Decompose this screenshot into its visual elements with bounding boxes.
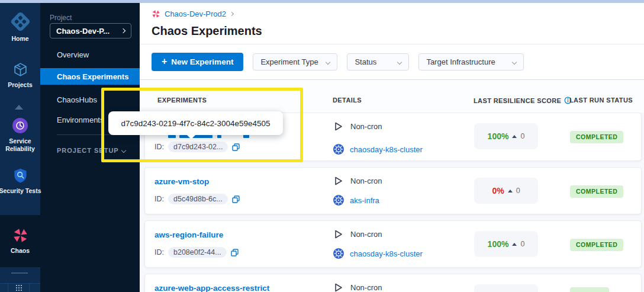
- browser-top-strip: [0, 0, 644, 3]
- id-label: ID:: [154, 195, 164, 203]
- home-icon: [10, 11, 30, 31]
- copy-icon[interactable]: [232, 143, 240, 151]
- schedule-label: Non-cron: [350, 230, 382, 239]
- sidebar-item-label: Service Reliability: [2, 137, 38, 153]
- apps-grid-button[interactable]: [8, 284, 29, 292]
- id-label: ID:: [154, 143, 164, 151]
- status-badge: COMPLETED: [570, 185, 623, 198]
- table-header-row: EXPERIMENTS DETAILS LAST RESILIENCE SCOR…: [140, 81, 644, 113]
- chevron-down-icon: [326, 59, 330, 64]
- sidebar-item-label: Home: [11, 35, 28, 43]
- filter-target-infrastructure[interactable]: Target Infrastructure: [418, 53, 524, 70]
- filter-experiment-type[interactable]: Experiment Type: [253, 53, 337, 70]
- rail-bottom-bar: [0, 283, 40, 292]
- status-badge: [570, 287, 609, 292]
- score-delta: 0: [520, 132, 524, 140]
- tooltip-arrow: [186, 134, 196, 139]
- project-selector[interactable]: Chaos-Dev-P...: [50, 23, 131, 38]
- sidebar-item-overview[interactable]: Overview: [40, 47, 140, 62]
- score-delta: 0: [520, 240, 524, 248]
- delta-up-icon: [512, 243, 517, 246]
- copy-icon[interactable]: [231, 249, 239, 256]
- play-icon: [333, 229, 343, 239]
- resilience-score-chip: 100% 0: [474, 123, 538, 149]
- experiment-name-link[interactable]: azure-vm-stop: [154, 177, 209, 186]
- chevron-down-icon: [397, 59, 402, 64]
- chaos-icon: [12, 227, 28, 243]
- table-row[interactable]: azure-web-app-access-restrict Non-cron: [144, 274, 642, 292]
- project-setup-toggle[interactable]: PROJECT SETUP: [57, 147, 125, 154]
- experiment-id-row: ID: d7c9d243-02...: [154, 142, 240, 152]
- play-icon: [333, 121, 343, 131]
- infrastructure-link[interactable]: chaosday-k8s-cluster: [350, 249, 423, 258]
- schedule-cell: Non-cron: [333, 229, 382, 239]
- rail-collapse-handle[interactable]: [11, 272, 28, 274]
- infrastructure-cell: aks-infra: [333, 195, 379, 206]
- schedule-label: Non-cron: [350, 283, 382, 292]
- rail-bottom-left-cell[interactable]: [0, 284, 8, 292]
- breadcrumb-project-link[interactable]: Chaos-Dev-Prod2: [165, 9, 226, 18]
- page-title: Chaos Experiments: [152, 24, 262, 38]
- page-header: Chaos-Dev-Prod2 Chaos Experiments: [140, 3, 644, 44]
- table-row[interactable]: azure-vm-stop ID: d5c49d8b-6c... Non-cro…: [144, 167, 642, 214]
- new-experiment-button[interactable]: + New Experiment: [152, 53, 243, 71]
- experiment-id-row: ID: b208e0f2-44...: [154, 247, 239, 258]
- filter-label: Experiment Type: [260, 57, 318, 66]
- clipped-experiment-name-fragment: [217, 135, 221, 138]
- play-icon: [333, 176, 343, 186]
- project-sidebar: Project Chaos-Dev-P... Overview Chaos Ex…: [40, 3, 140, 292]
- sidebar-item-label: Chaos: [11, 247, 30, 255]
- infrastructure-link[interactable]: chaosday-k8s-cluster: [350, 145, 423, 154]
- clipped-experiment-name-fragment: [168, 135, 176, 138]
- schedule-label: Non-cron: [350, 122, 382, 131]
- chaos-breadcrumb-icon: [152, 9, 160, 18]
- chevron-right-icon: [121, 28, 125, 33]
- chevron-down-icon: [512, 59, 517, 64]
- column-header-last-run-status: LAST RUN STATUS: [569, 97, 633, 104]
- experiment-name-link[interactable]: azure-web-app-access-restrict: [154, 284, 269, 292]
- status-badge: COMPLETED: [570, 239, 623, 251]
- plus-icon: +: [162, 56, 167, 67]
- sidebar-item-label: Security Tests: [0, 187, 41, 195]
- resilience-score-chip: 0% 0: [474, 178, 538, 204]
- module-nav-rail: Home Projects: [0, 3, 40, 292]
- sidebar-item-chaoshubs[interactable]: ChaosHubs: [40, 92, 140, 107]
- infrastructure-link[interactable]: aks-infra: [350, 196, 379, 205]
- experiment-id-chip[interactable]: d7c9d243-02...: [168, 142, 228, 152]
- filter-status[interactable]: Status: [347, 53, 409, 70]
- copy-icon[interactable]: [232, 195, 240, 203]
- scroll-up-arrow-icon[interactable]: [15, 105, 23, 110]
- new-experiment-label: New Experiment: [171, 57, 233, 66]
- experiment-id-chip[interactable]: d5c49d8b-6c...: [168, 194, 228, 204]
- sidebar-item-home[interactable]: Home: [0, 11, 40, 43]
- schedule-label: Non-cron: [350, 177, 382, 185]
- security-tests-shield-icon: [12, 168, 28, 184]
- column-header-experiments: EXPERIMENTS: [157, 97, 207, 104]
- apps-grid-icon: [16, 285, 22, 291]
- resilience-score-chip: [474, 284, 538, 292]
- infrastructure-cell: chaosday-k8s-cluster: [333, 248, 423, 259]
- toolbar: + New Experiment Experiment Type Status …: [140, 44, 644, 80]
- tooltip-text: d7c9d243-0219-4f7c-84c2-3004e59e4505: [121, 119, 270, 128]
- id-label: ID:: [154, 248, 164, 256]
- sidebar-item-service-reliability[interactable]: Service Reliability: [0, 117, 40, 153]
- sidebar-item-chaos-selected[interactable]: Chaos: [0, 215, 40, 267]
- filter-label: Target Infrastructure: [426, 57, 495, 66]
- app-window: Home Projects: [0, 0, 644, 292]
- score-value: 0%: [492, 186, 504, 195]
- sidebar-item-chaos-experiments[interactable]: Chaos Experiments: [40, 68, 140, 85]
- experiment-name-link[interactable]: aws-region-failure: [154, 230, 223, 239]
- experiment-id-tooltip: d7c9d243-0219-4f7c-84c2-3004e59e4505: [108, 111, 283, 135]
- experiment-id-chip[interactable]: b208e0f2-44...: [168, 247, 227, 258]
- column-header-label: LAST RESILIENCE SCORE: [474, 97, 561, 104]
- main-content: Chaos-Dev-Prod2 Chaos Experiments + New …: [140, 3, 644, 292]
- clipped-experiment-name-fragment: [179, 135, 212, 138]
- rail-bottom-right-cell[interactable]: [29, 284, 40, 292]
- resilience-score-chip: 100% 0: [474, 231, 538, 257]
- sidebar-item-projects[interactable]: Projects: [0, 62, 40, 89]
- sidebar-item-label: Overview: [57, 50, 89, 59]
- sidebar-item-security-tests[interactable]: Security Tests: [0, 168, 40, 195]
- sidebar-item-label: ChaosHubs: [57, 95, 97, 104]
- table-row[interactable]: aws-region-failure ID: b208e0f2-44... No…: [144, 220, 642, 268]
- kubernetes-icon: [333, 248, 344, 259]
